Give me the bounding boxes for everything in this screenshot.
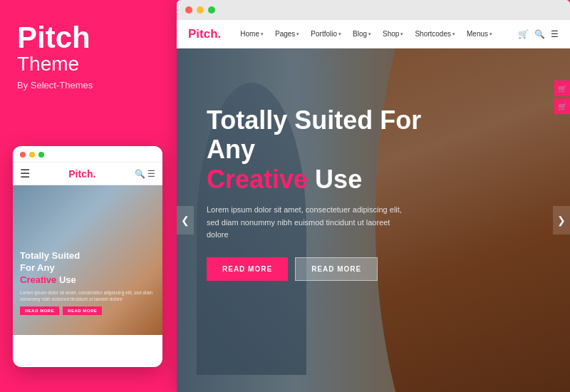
- mobile-read-more-1[interactable]: READ MORE: [20, 306, 59, 315]
- mobile-hero-title: Totally Suited For Any Creative Use: [20, 250, 155, 287]
- hero-content: Totally Suited For Any Creative Use Lore…: [207, 105, 442, 281]
- nav-pages[interactable]: Pages▾: [270, 30, 304, 38]
- brand-title: Pitch: [17, 23, 157, 53]
- mobile-dot-green: [38, 152, 44, 158]
- mobile-logo-dot: .: [93, 168, 96, 180]
- brand-subtitle: Theme: [17, 53, 157, 76]
- hero-btn-secondary[interactable]: READ MORE: [295, 257, 378, 281]
- desktop-logo-dot: .: [218, 27, 222, 41]
- hero-title-creative: Creative: [207, 165, 308, 194]
- right-arrow-icon: ❯: [557, 215, 566, 226]
- hero-buttons: READ MORE READ MORE: [207, 257, 442, 281]
- mobile-hero: Totally Suited For Any Creative Use Lore…: [13, 185, 162, 335]
- mobile-title-line2: For Any: [20, 262, 55, 273]
- nav-menu: Home▾ Pages▾ Portfolio▾ Blog▾ Shop▾ Shor…: [235, 30, 518, 38]
- mobile-hero-buttons: READ MORE READ MORE: [20, 306, 155, 315]
- mobile-dot-yellow: [29, 152, 35, 158]
- side-pill-bottom-icon: 🛒: [558, 103, 566, 110]
- nav-shop[interactable]: Shop▾: [378, 30, 408, 38]
- mobile-hero-desc: Lorem ipsum dolor sit amet, consectetur …: [20, 289, 155, 302]
- hero-title: Totally Suited For Any Creative Use: [207, 105, 442, 194]
- side-pill-top[interactable]: 🛒: [554, 81, 570, 96]
- desktop-nav: Pitch. Home▾ Pages▾ Portfolio▾ Blog▾ Sho…: [177, 20, 570, 48]
- nav-home[interactable]: Home▾: [235, 30, 269, 38]
- mobile-hamburger-icon[interactable]: ☰: [20, 167, 30, 180]
- mobile-logo: Pitch.: [68, 168, 95, 180]
- mobile-title-line1: Totally Suited: [20, 250, 80, 261]
- hero-title-line1: Totally Suited For Any: [207, 105, 421, 164]
- cart-icon[interactable]: 🛒: [518, 29, 529, 39]
- mobile-traffic-lights: [13, 146, 162, 163]
- mobile-nav-bar: ☰ Pitch. 🔍 ☰: [13, 163, 162, 185]
- browser-dot-red[interactable]: [185, 6, 192, 14]
- slider-arrow-right[interactable]: ❯: [553, 206, 570, 234]
- left-panel: Pitch Theme By Select-Themes ☰ Pitch. 🔍 …: [0, 0, 175, 392]
- desktop-logo: Pitch.: [188, 27, 221, 41]
- brand-byline: By Select-Themes: [17, 80, 157, 91]
- slider-arrow-left[interactable]: ❮: [177, 206, 194, 234]
- browser-chrome: [177, 0, 570, 20]
- hero-btn-primary[interactable]: READ MORE: [207, 257, 288, 281]
- mobile-logo-text: Pitch: [68, 168, 93, 180]
- browser-dot-green[interactable]: [208, 6, 215, 14]
- nav-blog[interactable]: Blog▾: [348, 30, 376, 38]
- nav-menus[interactable]: Menus▾: [462, 30, 497, 38]
- browser-dot-yellow[interactable]: [197, 6, 204, 14]
- mobile-read-more-2[interactable]: READ MORE: [63, 306, 102, 315]
- side-pill-top-icon: 🛒: [558, 85, 566, 93]
- left-arrow-icon: ❮: [181, 215, 190, 226]
- nav-shortcodes[interactable]: Shortcodes▾: [410, 30, 460, 38]
- hero-desc: Lorem ipsum dolor sit amet, consectetuer…: [207, 204, 413, 242]
- mobile-hero-content: Totally Suited For Any Creative Use Lore…: [20, 250, 155, 315]
- side-pill-bottom[interactable]: 🛒: [554, 98, 570, 114]
- search-icon[interactable]: 🔍: [534, 29, 545, 39]
- desktop-browser: Pitch. Home▾ Pages▾ Portfolio▾ Blog▾ Sho…: [177, 0, 570, 392]
- desktop-logo-text: Pitch: [188, 27, 218, 41]
- mobile-preview: ☰ Pitch. 🔍 ☰ Totally Suited For Any Crea…: [13, 146, 162, 367]
- menu-icon[interactable]: ☰: [551, 29, 559, 39]
- nav-actions: 🛒 🔍 ☰: [518, 29, 559, 39]
- mobile-nav-icons[interactable]: 🔍 ☰: [135, 169, 155, 179]
- mobile-dot-red: [20, 152, 26, 158]
- mobile-title-creative: Creative: [20, 274, 56, 285]
- nav-portfolio[interactable]: Portfolio▾: [306, 30, 346, 38]
- desktop-hero: 🛒 🛒 ❮ ❯ Totally Suited For Any Creative …: [177, 48, 570, 392]
